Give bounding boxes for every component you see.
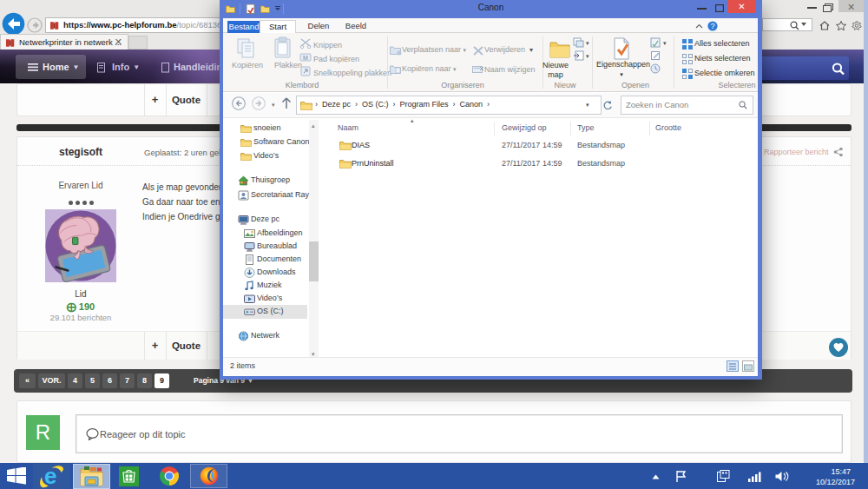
svg-text:M: M [303, 55, 308, 61]
svg-text:e: e [44, 465, 56, 488]
svg-text:?: ? [710, 22, 714, 30]
